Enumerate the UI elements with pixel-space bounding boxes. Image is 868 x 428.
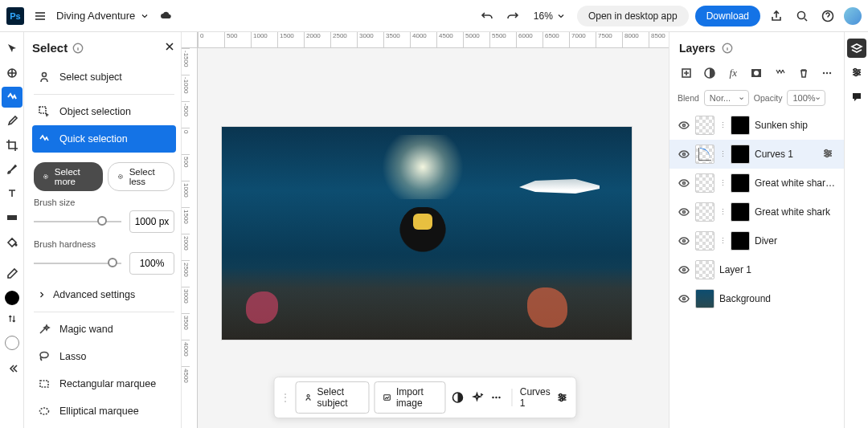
- link-icon[interactable]: ⋮: [719, 235, 726, 247]
- type-tool[interactable]: [2, 183, 23, 204]
- brush-tool[interactable]: [2, 159, 23, 180]
- canvas-image[interactable]: [222, 127, 632, 340]
- color-picker-tool[interactable]: [2, 263, 23, 284]
- import-image-button[interactable]: Import image: [375, 381, 446, 414]
- quick-selection-item[interactable]: Quick selection: [32, 125, 176, 153]
- mask-thumbnail[interactable]: [731, 145, 750, 164]
- search-icon[interactable]: [792, 6, 812, 26]
- background-color[interactable]: [5, 336, 19, 350]
- layer-row[interactable]: ⋮Sunken ship: [669, 111, 844, 140]
- info-icon[interactable]: [722, 43, 733, 54]
- collapse-toolbar-icon[interactable]: [2, 358, 23, 379]
- redo-icon[interactable]: [503, 6, 522, 26]
- foreground-color[interactable]: [5, 291, 19, 305]
- mask-thumbnail[interactable]: [731, 116, 750, 135]
- layer-row[interactable]: ⋮Curves 1: [669, 140, 844, 169]
- layer-thumbnail[interactable]: [695, 173, 714, 193]
- link-icon[interactable]: ⋮: [719, 206, 726, 218]
- swap-colors-icon[interactable]: [2, 308, 23, 329]
- canvas-area[interactable]: 0500100015002000250030003500400045005000…: [182, 32, 669, 428]
- transform-tool[interactable]: [2, 63, 23, 84]
- visibility-icon[interactable]: [678, 148, 690, 161]
- properties-icon[interactable]: [847, 63, 866, 82]
- open-desktop-button[interactable]: Open in desktop app: [577, 6, 689, 26]
- blend-mode-select[interactable]: Nor...: [704, 90, 749, 106]
- select-more-button[interactable]: Select more: [34, 162, 103, 191]
- link-icon[interactable]: ⋮: [719, 120, 726, 131]
- adjustment-layer-icon[interactable]: [701, 64, 719, 82]
- layer-row[interactable]: Background: [669, 284, 844, 313]
- brush-hardness-input[interactable]: [129, 252, 174, 275]
- selection-tool[interactable]: [2, 87, 23, 108]
- mask-thumbnail[interactable]: [731, 202, 750, 222]
- layer-thumbnail[interactable]: [695, 260, 714, 279]
- new-layer-icon[interactable]: [678, 64, 695, 82]
- effects-icon[interactable]: fx: [724, 64, 742, 82]
- adjustment-icon[interactable]: [451, 388, 465, 407]
- help-icon[interactable]: [818, 6, 837, 26]
- document-title[interactable]: Diving Adventure: [56, 10, 149, 22]
- opacity-select[interactable]: 100%: [787, 90, 825, 106]
- user-avatar[interactable]: [844, 7, 862, 25]
- crop-tool[interactable]: [2, 135, 23, 156]
- visibility-icon[interactable]: [678, 292, 690, 305]
- fill-tool[interactable]: [2, 231, 23, 252]
- undo-icon[interactable]: [477, 6, 497, 26]
- brush-size-input[interactable]: [129, 210, 174, 233]
- drag-handle-icon[interactable]: ⋮: [280, 392, 290, 403]
- hamburger-menu-icon[interactable]: [31, 6, 50, 26]
- sparkle-icon[interactable]: [469, 388, 484, 407]
- layer-thumbnail[interactable]: [695, 145, 714, 164]
- rectangular-marquee-item[interactable]: Rectangular marquee: [32, 370, 176, 397]
- layer-thumbnail[interactable]: [695, 202, 714, 222]
- link-icon[interactable]: ⋮: [719, 177, 726, 189]
- visibility-icon[interactable]: [678, 206, 690, 218]
- visibility-icon[interactable]: [678, 263, 690, 276]
- comments-icon[interactable]: [847, 87, 866, 106]
- advanced-settings-toggle[interactable]: Advanced settings: [34, 281, 174, 308]
- properties-icon[interactable]: [555, 388, 570, 407]
- mask-icon[interactable]: [747, 64, 765, 82]
- visibility-icon[interactable]: [678, 234, 690, 247]
- layer-thumbnail[interactable]: [695, 116, 714, 135]
- layer-row[interactable]: ⋮Diver: [669, 226, 844, 255]
- select-less-button[interactable]: Select less: [108, 162, 174, 191]
- gradient-tool[interactable]: [2, 207, 23, 228]
- brush-size-slider[interactable]: [34, 221, 121, 222]
- layer-row[interactable]: ⋮Great white shark: [669, 198, 844, 226]
- share-icon[interactable]: [767, 6, 786, 26]
- layer-name[interactable]: Great white shark: [755, 206, 836, 218]
- info-icon[interactable]: [72, 43, 84, 54]
- select-subject-item[interactable]: Select subject: [32, 63, 176, 91]
- layer-name[interactable]: Sunken ship: [755, 120, 836, 131]
- object-selection-item[interactable]: Object selection: [32, 98, 176, 125]
- visibility-icon[interactable]: [678, 177, 690, 190]
- layer-thumbnail[interactable]: [695, 231, 714, 251]
- delete-icon[interactable]: [795, 64, 813, 82]
- more-icon[interactable]: [489, 388, 503, 407]
- layer-thumbnail[interactable]: [695, 289, 714, 308]
- brush-hardness-slider[interactable]: [34, 263, 121, 264]
- magic-wand-item[interactable]: Magic wand: [32, 316, 176, 343]
- layer-name[interactable]: Layer 1: [719, 264, 836, 275]
- visibility-icon[interactable]: [678, 119, 690, 132]
- eyedropper-tool[interactable]: [2, 111, 23, 132]
- lasso-item[interactable]: Lasso: [32, 343, 176, 370]
- move-tool[interactable]: [2, 39, 23, 59]
- layer-name[interactable]: Background: [719, 293, 836, 304]
- layer-name[interactable]: Diver: [755, 235, 836, 247]
- zoom-level[interactable]: 16%: [534, 10, 566, 22]
- download-button[interactable]: Download: [695, 6, 760, 26]
- layers-icon[interactable]: [847, 39, 866, 58]
- layer-name[interactable]: Great white shark co...: [755, 177, 836, 189]
- adjust-icon[interactable]: [821, 147, 836, 161]
- mask-thumbnail[interactable]: [731, 231, 750, 251]
- link-icon[interactable]: ⋮: [719, 149, 726, 160]
- elliptical-marquee-item[interactable]: Elliptical marquee: [32, 397, 176, 425]
- cloud-status-icon[interactable]: [156, 6, 175, 26]
- mask-thumbnail[interactable]: [731, 173, 750, 193]
- close-icon[interactable]: [163, 40, 176, 55]
- layer-row[interactable]: Layer 1: [669, 255, 844, 284]
- layer-row[interactable]: ⋮Great white shark co...: [669, 169, 844, 198]
- more-options-icon[interactable]: [818, 64, 836, 82]
